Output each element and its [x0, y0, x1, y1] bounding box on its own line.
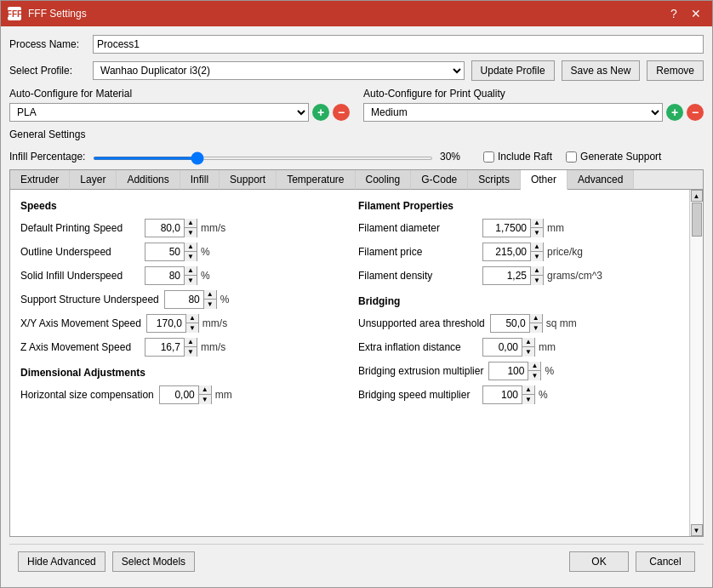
select-models-button[interactable]: Select Models: [112, 551, 195, 572]
dimensional-unit-0: mm: [215, 389, 232, 401]
spin-outline-speed-down[interactable]: ▼: [185, 252, 197, 261]
spin-z-speed-up[interactable]: ▲: [185, 338, 197, 347]
spin-filament-price-value[interactable]: [483, 246, 530, 258]
tab-other[interactable]: Other: [521, 170, 568, 190]
speed-label-2: Solid Infill Underspeed: [20, 270, 140, 282]
dimensional-label-0: Horizontal size compensation: [20, 389, 154, 401]
tab-cooling[interactable]: Cooling: [356, 170, 412, 190]
bridging-label-3: Bridging speed multiplier: [358, 389, 477, 401]
spin-unsupported-down[interactable]: ▼: [530, 323, 542, 333]
spin-xy-speed-value[interactable]: [147, 317, 185, 329]
spin-inflation: ▲ ▼: [482, 338, 535, 357]
spin-filament-dia-down[interactable]: ▼: [531, 228, 543, 237]
help-button[interactable]: ?: [665, 4, 683, 23]
tab-infill[interactable]: Infill: [180, 170, 220, 190]
quality-select[interactable]: Medium: [363, 103, 663, 122]
profile-select[interactable]: Wanhao Duplicator i3(2): [93, 61, 465, 80]
spin-filament-density-down[interactable]: ▼: [531, 276, 543, 285]
spin-default-speed-down[interactable]: ▼: [185, 228, 197, 237]
spin-z-speed-value[interactable]: [145, 341, 184, 353]
tab-extruder[interactable]: Extruder: [10, 170, 70, 190]
spin-solid-speed-up[interactable]: ▲: [185, 266, 197, 276]
scroll-down-button[interactable]: ▼: [691, 524, 703, 536]
tab-gcode[interactable]: G-Code: [411, 170, 468, 190]
bridging-input-3: ▲ ▼ %: [482, 385, 548, 404]
tab-additions[interactable]: Additions: [117, 170, 180, 190]
spin-inflation-up[interactable]: ▲: [522, 338, 534, 347]
spin-support-speed-value[interactable]: [165, 294, 203, 305]
spin-default-speed-value[interactable]: [145, 222, 184, 234]
ok-button[interactable]: OK: [569, 551, 629, 572]
right-column: Filament Properties Filament diameter ▲: [358, 200, 679, 526]
spin-outline-speed-up[interactable]: ▲: [185, 243, 197, 252]
save-as-new-button[interactable]: Save as New: [562, 60, 641, 81]
include-raft-label: Include Raft: [498, 151, 552, 163]
close-button[interactable]: ✕: [687, 4, 705, 23]
include-raft-checkbox[interactable]: [483, 151, 494, 163]
scrollbar[interactable]: ▲ ▼: [689, 190, 703, 536]
tab-temperature[interactable]: Temperature: [277, 170, 355, 190]
spin-z-speed-down[interactable]: ▼: [185, 347, 197, 357]
scroll-thumb[interactable]: [692, 203, 702, 237]
spin-filament-density-up[interactable]: ▲: [531, 266, 543, 276]
bridging-field-3: Bridging speed multiplier ▲ ▼: [358, 385, 679, 404]
filament-fields: Filament diameter ▲ ▼: [358, 219, 679, 285]
spin-support-speed-down[interactable]: ▼: [204, 300, 216, 309]
process-name-input[interactable]: [93, 35, 704, 54]
add-quality-button[interactable]: +: [666, 104, 683, 121]
app-icon: FFF: [8, 7, 21, 20]
hide-advanced-button[interactable]: Hide Advanced: [18, 551, 106, 572]
spin-filament-price-up[interactable]: ▲: [531, 243, 543, 252]
tab-layer[interactable]: Layer: [70, 170, 117, 190]
filament-input-1: ▲ ▼ price/kg: [482, 243, 583, 261]
remove-material-button[interactable]: −: [333, 104, 350, 121]
spin-xy-speed-down[interactable]: ▼: [186, 323, 198, 333]
tab-advanced[interactable]: Advanced: [568, 170, 634, 190]
spin-horiz-comp-down[interactable]: ▼: [199, 395, 211, 404]
spin-filament-price-btns: ▲ ▼: [530, 243, 543, 261]
spin-bridge-extrusion-down[interactable]: ▼: [528, 371, 540, 380]
bottom-right-buttons: OK Cancel: [569, 551, 695, 572]
add-material-button[interactable]: +: [312, 104, 329, 121]
spin-support-speed-up[interactable]: ▲: [204, 290, 216, 300]
filament-unit-0: mm: [547, 222, 564, 234]
spin-filament-price-down[interactable]: ▼: [531, 252, 543, 261]
spin-bridge-extrusion-value[interactable]: [489, 365, 528, 377]
spin-filament-density-value[interactable]: [483, 270, 530, 282]
spin-bridge-speed-down[interactable]: ▼: [522, 395, 534, 404]
infill-row: Infill Percentage: 30% Include Raft Gene…: [9, 151, 704, 163]
spin-inflation-down[interactable]: ▼: [522, 347, 534, 357]
cancel-button[interactable]: Cancel: [636, 551, 695, 572]
spin-support-speed-btns: ▲ ▼: [203, 290, 216, 309]
spin-unsupported-up[interactable]: ▲: [530, 314, 542, 323]
spin-bridge-speed-btns: ▲ ▼: [522, 385, 534, 404]
tab-scripts[interactable]: Scripts: [468, 170, 521, 190]
tab-support[interactable]: Support: [220, 170, 277, 190]
remove-quality-button[interactable]: −: [687, 104, 704, 121]
infill-slider[interactable]: [93, 157, 433, 160]
spin-outline-speed-value[interactable]: [145, 246, 184, 258]
tabs-container: Extruder Layer Additions Infill Support …: [9, 169, 704, 537]
spin-bridge-speed-value[interactable]: [483, 389, 522, 401]
spin-filament-dia-up[interactable]: ▲: [531, 219, 543, 228]
bridging-label-0: Unsupported area threshold: [358, 317, 485, 329]
material-select[interactable]: PLA: [9, 103, 309, 122]
update-profile-button[interactable]: Update Profile: [471, 60, 555, 81]
spin-inflation-value[interactable]: [483, 341, 522, 353]
spin-solid-speed-value[interactable]: [145, 270, 184, 282]
spin-bridge-speed-up[interactable]: ▲: [522, 385, 534, 395]
spin-bridge-extrusion-up[interactable]: ▲: [528, 362, 540, 371]
speed-field-1: Outline Underspeed ▲ ▼: [20, 243, 341, 261]
remove-button[interactable]: Remove: [647, 60, 704, 81]
spin-solid-speed-down[interactable]: ▼: [185, 276, 197, 285]
spin-horiz-comp-value[interactable]: [160, 389, 198, 401]
spin-filament-dia-value[interactable]: [483, 222, 530, 234]
generate-support-checkbox[interactable]: [566, 151, 577, 163]
spin-xy-speed-up[interactable]: ▲: [186, 314, 198, 323]
spin-unsupported-value[interactable]: [491, 317, 529, 329]
filament-label-0: Filament diameter: [358, 222, 477, 234]
bridging-unit-2: %: [545, 365, 554, 377]
spin-horiz-comp-up[interactable]: ▲: [199, 385, 211, 395]
spin-default-speed-up[interactable]: ▲: [185, 219, 197, 228]
scroll-up-button[interactable]: ▲: [691, 190, 703, 202]
